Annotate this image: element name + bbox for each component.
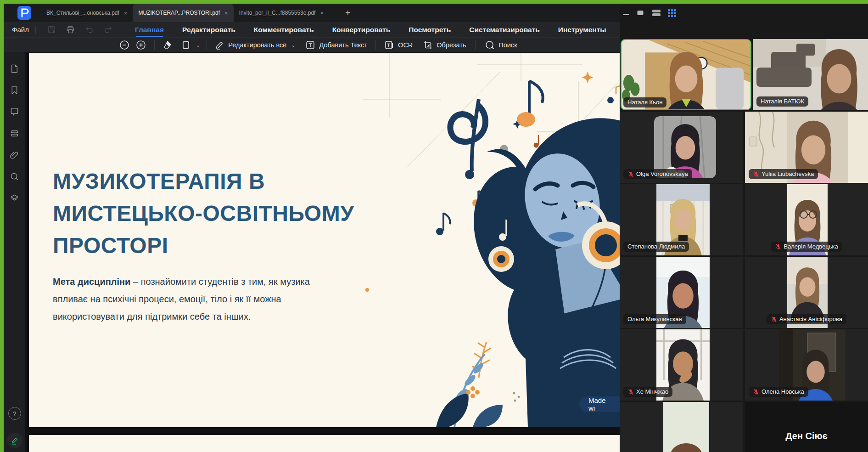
- screenshare-border-top: [0, 0, 868, 4]
- participant-nametag: Olga Voronovskaya: [623, 169, 692, 179]
- undo-icon[interactable]: [85, 25, 94, 34]
- slide-page-1[interactable]: МУЗИКОТЕРАПІЯ В МИСТЕЦЬКО-ОСВІТНЬОМУ ПРО…: [29, 53, 620, 427]
- search-sidebar-icon[interactable]: [10, 172, 19, 181]
- music-woman-illustration: [363, 53, 620, 427]
- screenshare-border-left: [0, 4, 4, 452]
- tab-close-icon[interactable]: ×: [224, 10, 228, 17]
- participant-name: Хе Мінчжао: [636, 388, 668, 395]
- participant-nametag: Валерія Медвецька: [771, 242, 842, 252]
- redo-icon[interactable]: [104, 25, 112, 34]
- participant-nametag: Анастасія Анісіфорова: [767, 314, 846, 324]
- mic-muted-icon: [627, 171, 634, 177]
- menu-item-comment[interactable]: Комментировать: [254, 23, 314, 37]
- new-tab-button[interactable]: +: [345, 8, 351, 18]
- pdf-sidebar: ?: [4, 52, 25, 452]
- menu-item-home[interactable]: Главная: [135, 23, 164, 37]
- participant-tile[interactable]: Yuliia Liubachevska: [745, 112, 868, 183]
- layers-icon[interactable]: [10, 193, 19, 203]
- participant-name: Ольга Микулинская: [627, 316, 682, 322]
- ocr-label: OCR: [398, 41, 413, 49]
- zoom-out-button[interactable]: [119, 40, 129, 50]
- crop-button[interactable]: Обрезать: [423, 40, 466, 50]
- add-text-label: Добавить Текст: [319, 41, 367, 49]
- participant-tile[interactable]: Ольга Микулинская: [620, 257, 743, 328]
- participant-tile[interactable]: Валерія Медвецька: [745, 184, 868, 255]
- tab-document-3[interactable]: Invito_per_il_C...f8855553e.pdf ×: [234, 4, 329, 22]
- participant-nametag: Олена Новська: [749, 387, 808, 397]
- made-with-badge[interactable]: Made wi: [579, 396, 620, 412]
- ocr-button[interactable]: OCR: [384, 40, 413, 50]
- participant-tile[interactable]: Анастасія Анісіфорова: [745, 257, 868, 328]
- edit-all-label: Редактировать всё: [228, 41, 286, 49]
- menu-item-edit[interactable]: Редактировать: [182, 23, 235, 37]
- screen: ВК_Стильові_...оновська.pdf × MUZIKOTERA…: [0, 0, 868, 452]
- document-canvas[interactable]: МУЗИКОТЕРАПІЯ В МИСТЕЦЬКО-ОСВІТНЬОМУ ПРО…: [25, 52, 620, 452]
- mic-muted-icon: [753, 171, 759, 177]
- search-button[interactable]: Поиск: [485, 40, 517, 50]
- pdf-tab-bar: ВК_Стильові_...оновська.pdf × MUZIKOTERA…: [4, 4, 620, 22]
- minimize-window-icon[interactable]: [623, 9, 630, 17]
- participant-nametag: Степанова Людмила: [623, 242, 689, 252]
- highlighter-button[interactable]: [162, 40, 172, 50]
- comments-icon[interactable]: [10, 107, 19, 117]
- speaker-view-icon[interactable]: [652, 8, 661, 17]
- zoom-in-button[interactable]: [136, 40, 146, 50]
- slide-body-text: Мета дисципліни – познайомити студентів …: [53, 273, 325, 325]
- participant-name: Olga Voronovskaya: [636, 170, 688, 177]
- page-list-icon[interactable]: [10, 129, 19, 138]
- participant-tile[interactable]: [620, 402, 743, 452]
- gallery-view-icon[interactable]: [667, 8, 677, 17]
- participant-nametag: Хе Мінчжао: [623, 387, 672, 397]
- participant-tile[interactable]: Олена Новська: [745, 329, 868, 401]
- participant-name: Наталія БАТЮК: [761, 98, 804, 105]
- add-text-button[interactable]: Добавить Текст: [305, 40, 367, 50]
- tab-document-2-active[interactable]: MUZIKOTERAP...PROSTORI.pdf ×: [133, 4, 233, 22]
- attachments-icon[interactable]: [10, 150, 19, 160]
- treble-clef: [450, 99, 486, 179]
- chevron-down-icon: ⌄: [291, 42, 295, 48]
- annotate-pencil-button[interactable]: [7, 433, 22, 448]
- menu-items: Главная Редактировать Комментировать Кон…: [135, 23, 606, 37]
- pdfelement-logo-icon[interactable]: [17, 6, 31, 20]
- shape-tool-button[interactable]: ⌄: [181, 40, 200, 50]
- edit-all-button[interactable]: Редактировать всё ⌄: [214, 40, 295, 50]
- save-icon[interactable]: [47, 25, 56, 34]
- file-menu[interactable]: Файл: [12, 26, 29, 34]
- participant-name: Наталя Кьон: [627, 99, 662, 106]
- participant-tile[interactable]: Хе Мінчжао: [620, 329, 743, 401]
- chevron-down-icon: ⌄: [196, 42, 200, 48]
- tab-document-1[interactable]: ВК_Стильові_...оновська.pdf ×: [41, 4, 133, 22]
- participant-name: Степанова Людмила: [627, 243, 685, 250]
- menu-item-view[interactable]: Посмотреть: [409, 23, 451, 37]
- menu-item-convert[interactable]: Конвертировать: [332, 23, 391, 37]
- help-button[interactable]: ?: [8, 407, 21, 420]
- restore-window-icon[interactable]: [637, 9, 644, 17]
- participant-name: Олена Новська: [762, 388, 804, 395]
- menu-item-tools[interactable]: Инструменты: [558, 23, 606, 37]
- slide-page-2[interactable]: [29, 435, 620, 452]
- participant-nametag: Ольга Микулинская: [623, 314, 686, 324]
- search-label: Поиск: [498, 41, 517, 49]
- navy-note-left: [436, 213, 450, 235]
- participant-tile[interactable]: Степанова Людмила: [620, 184, 743, 255]
- tab-close-icon[interactable]: ×: [124, 10, 128, 17]
- participant-tile[interactable]: Наталя Кьон: [621, 39, 751, 110]
- participant-tile[interactable]: Наталія БАТЮК: [753, 39, 868, 110]
- participant-nametag: Yuliia Liubachevska: [749, 169, 818, 179]
- tab-label: ВК_Стильові_...оновська.pdf: [46, 10, 119, 16]
- print-icon[interactable]: [66, 25, 75, 34]
- menu-item-organize[interactable]: Систематизировать: [469, 23, 540, 37]
- mic-muted-icon: [753, 389, 759, 395]
- participant-nametag: Наталія БАТЮК: [756, 96, 808, 107]
- participant-tile-camera-off[interactable]: Ден Сіює: [745, 402, 868, 452]
- participant-tile[interactable]: Olga Voronovskaya: [620, 112, 743, 183]
- bookmarks-icon[interactable]: [10, 85, 19, 95]
- green-pencil-icon: [10, 436, 19, 445]
- thumbnails-page-icon[interactable]: [10, 64, 19, 73]
- tab-label: MUZIKOTERAP...PROSTORI.pdf: [138, 10, 220, 16]
- slide-title: МУЗИКОТЕРАПІЯ В МИСТЕЦЬКО-ОСВІТНЬОМУ ПРО…: [53, 165, 354, 262]
- mic-muted-icon: [775, 243, 781, 250]
- tab-close-icon[interactable]: ×: [320, 10, 324, 17]
- participant-name: Валерія Медвецька: [784, 243, 838, 250]
- participant-nametag: Наталя Кьон: [623, 97, 666, 107]
